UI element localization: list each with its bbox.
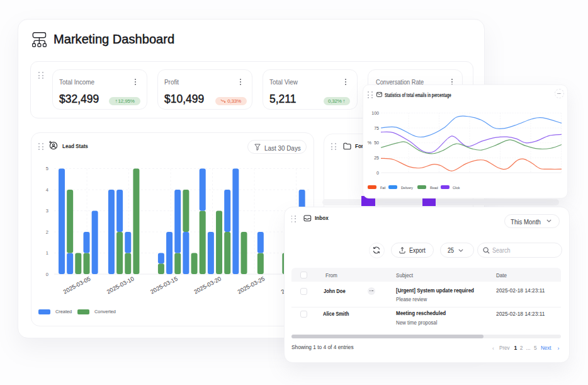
svg-text:5: 5	[46, 166, 48, 171]
svg-text:75: 75	[374, 126, 379, 130]
svg-text:0: 0	[46, 272, 48, 277]
svg-text:50: 50	[374, 141, 379, 145]
svg-text:1: 1	[46, 250, 48, 256]
svg-text:2025-03-20: 2025-03-20	[193, 275, 222, 295]
svg-text:3: 3	[46, 208, 48, 214]
svg-text:%: %	[368, 141, 371, 145]
svg-text:2: 2	[46, 229, 48, 235]
svg-text:25: 25	[374, 156, 379, 160]
svg-text:0: 0	[376, 171, 379, 175]
svg-text:2025-03-25: 2025-03-25	[237, 275, 266, 295]
svg-text:4: 4	[46, 187, 48, 193]
svg-text:2025-03-10: 2025-03-10	[106, 275, 135, 295]
svg-text:2025-03-05: 2025-03-05	[62, 275, 92, 295]
svg-text:2025-03-15: 2025-03-15	[149, 275, 179, 295]
svg-text:100: 100	[371, 111, 379, 115]
